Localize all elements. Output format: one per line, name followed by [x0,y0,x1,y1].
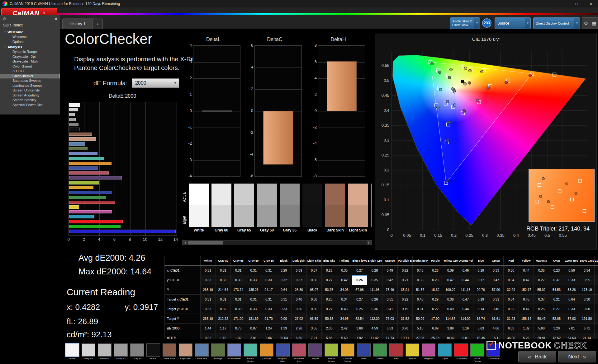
table-cell[interactable]: 0.29 [276,266,292,275]
palette-swatch-cyan[interactable]: Cyan [438,343,452,363]
table-cell[interactable]: 0.64 [564,295,579,304]
table-cell[interactable]: 0.33 [231,275,246,285]
table-cell[interactable]: 76.03 [382,314,397,324]
table-cell[interactable]: 0.43 [413,266,428,275]
table-cell[interactable]: 0.33 [488,266,504,275]
table-cell[interactable]: 0.54 [504,295,519,304]
table-cell[interactable]: 93.59 [306,314,322,324]
table-cell[interactable]: 0.31 [216,266,231,275]
table-cell[interactable]: 0.22 [428,304,443,314]
sidebar-item-screen-stability[interactable]: Screen Stability [0,98,60,103]
table-cell[interactable]: 0.23 [549,266,564,275]
table-cell[interactable]: 0.33 [216,275,231,285]
table-cell[interactable]: 0.31 [201,266,216,275]
palette-swatch-bluish-green[interactable]: Bluish Green [244,343,257,363]
table-cell[interactable]: 1.32 [519,324,534,333]
palette-swatch-magenta[interactable]: Magenta [422,343,435,363]
meter-status-badge[interactable]: 233 [482,18,491,28]
table-cell[interactable]: 0.50 [504,266,519,275]
back-button[interactable]: « Back [518,351,556,362]
table-cell[interactable]: 0.32 [276,275,292,285]
table-cell[interactable]: 0.35 [337,266,352,275]
table-cell[interactable]: 0.49 [443,304,458,314]
table-cell[interactable]: 32.29 [504,285,519,295]
table-cell[interactable]: 2.96 [291,324,306,333]
table-cell[interactable]: 6.89 [428,324,443,333]
table-cell[interactable]: 0.33 [261,275,276,285]
sidebar-item-screen-uniformity[interactable]: Screen Uniformity [0,88,60,93]
palette-swatch-orange-yellow[interactable]: Orange Yellow [341,343,354,363]
table-cell[interactable]: 2.01 [246,333,261,339]
table-cell[interactable]: 31.28 [504,314,519,324]
table-cell[interactable]: 54.53 [549,285,564,295]
table-cell[interactable]: 0.21 [397,275,413,285]
strip-swatch-gray-80[interactable]: Gray 80 [211,184,231,233]
table-cell[interactable]: 0.33 [216,304,231,314]
table-cell[interactable]: 2.08 [322,324,337,333]
table-cell[interactable]: 0.49 [382,266,397,275]
table-cell[interactable]: 152.17 [519,285,534,295]
table-cell[interactable]: 91.70 [261,314,276,324]
palette-swatch-gray-50[interactable]: Gray 50 [114,343,128,363]
table-cell[interactable]: 1.17 [216,324,231,333]
sidebar-item-color-gamut[interactable]: Color Gamut [0,64,60,69]
palette-swatch-blue[interactable]: Blue [357,343,371,363]
table-cell[interactable]: 0.38 [443,295,458,304]
table-cell[interactable]: 0.45 [519,295,534,304]
table-cell[interactable]: 24.14 [579,333,595,339]
table-cell[interactable]: 5.26 [519,333,534,339]
strip-swatch-light-skin[interactable]: Light Skin [348,184,368,233]
table-cell[interactable]: 0.31 [216,295,231,304]
table-cell[interactable]: 3.89 [443,324,458,333]
table-cell[interactable]: 0.27 [322,304,337,314]
table-cell[interactable]: 0.55 [579,275,595,285]
table-cell[interactable]: 3.16 [458,324,473,333]
table-cell[interactable]: 58.26 [564,285,579,295]
strip-swatch-gray-50[interactable]: Gray 50 [257,184,277,233]
table-cell[interactable]: 1.39 [276,324,292,333]
table-cell[interactable]: 1.24 [261,324,276,333]
de-formula-dropdown[interactable]: 2000 ▼ [132,78,179,88]
sidebar-item-grayscale-2pt[interactable]: Grayscale - 2pt [0,54,60,59]
strip-swatch-white[interactable]: White [189,184,209,233]
table-cell[interactable]: 0.19 [473,266,488,275]
table-cell[interactable]: 212.22 [216,314,231,324]
display-control-dropdown[interactable]: Direct Display Control ▼ [533,17,580,29]
table-cell[interactable]: 17.73 [382,333,397,339]
table-cell[interactable]: 0.92 [201,333,216,339]
table-cell[interactable]: 191.80 [579,314,595,324]
table-cell[interactable]: 0.31 [201,295,216,304]
table-cell[interactable]: 0.47 [519,304,534,314]
table-cell[interactable]: 0.25 [352,304,367,314]
table-cell[interactable]: 0.41 [382,304,397,314]
table-cell[interactable]: 62.54 [352,314,367,324]
table-cell[interactable]: 0.33 [564,275,579,285]
table-cell[interactable]: 0.34 [504,275,519,285]
table-cell[interactable]: 10.71 [397,333,413,339]
table-cell[interactable]: 0.37 [534,295,549,304]
table-cell[interactable]: 0.26 [428,266,443,275]
table-cell[interactable]: 51.87 [413,285,428,295]
table-cell[interactable]: 38.2 [595,333,598,339]
sidebar-item-luminance-sweeps[interactable]: Luminance Sweeps [0,83,60,88]
table-cell[interactable]: 50.15 [322,314,337,324]
palette-swatch-foliage[interactable]: Foliage [211,343,225,363]
table-cell[interactable]: 111.98 [367,285,382,295]
tab-history-1[interactable]: History 1 [62,18,93,29]
table-cell[interactable]: 35.91 [397,285,413,295]
table-cell[interactable]: 0.26 [352,275,367,285]
table-cell[interactable]: 0.46 [413,295,428,304]
table-cell[interactable]: 10.42 [443,333,458,339]
table-cell[interactable]: 53.75 [322,285,337,295]
palette-swatch-purplish-blue[interactable]: Purplish Blue [276,343,290,363]
table-cell[interactable]: 55.02 [534,285,549,295]
table-cell[interactable]: 0.10 [595,275,598,285]
table-cell[interactable]: 0.37 [306,266,322,275]
table-cell[interactable]: 17.90 [428,314,443,324]
palette-swatch-dark-skin[interactable]: Dark Skin [163,343,176,363]
table-cell[interactable]: 7.01 [564,324,579,333]
sidebar-item-saturation-sweeps[interactable]: Saturation Sweeps [0,78,60,83]
table-cell[interactable]: 135.26 [246,285,261,295]
table-cell[interactable]: 31.52 [397,314,413,324]
table-cell[interactable]: 0.42 [337,275,352,285]
